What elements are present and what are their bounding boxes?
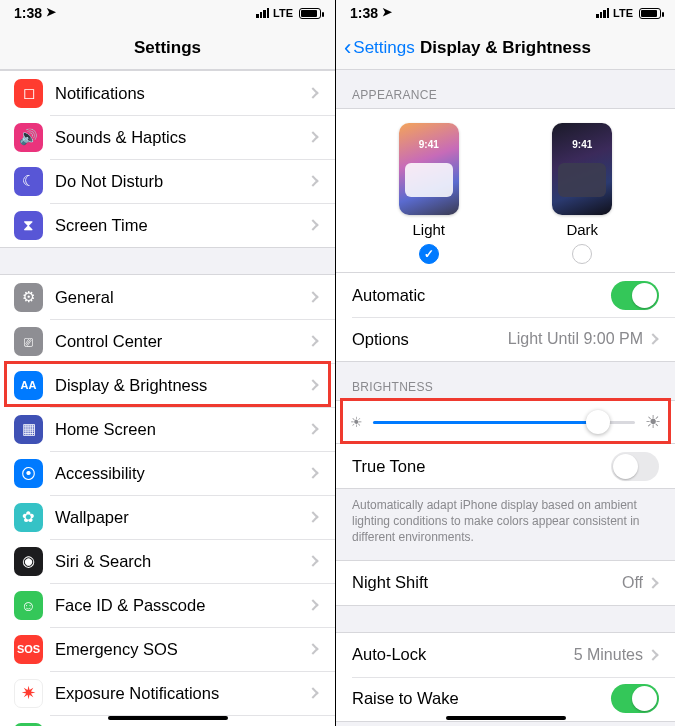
dark-preview: 9:41: [552, 123, 612, 215]
network-label: LTE: [273, 7, 293, 19]
signal-icon: [596, 8, 609, 18]
sos-icon: SOS: [14, 635, 43, 664]
row-label: Control Center: [55, 332, 309, 351]
battery-icon: [299, 8, 321, 19]
battery-icon: ▮: [14, 723, 43, 727]
header: Settings: [0, 26, 335, 70]
home-indicator[interactable]: [446, 716, 566, 721]
settings-row-exposure-notifications[interactable]: ✷Exposure Notifications: [0, 671, 335, 715]
chevron-right-icon: [307, 379, 318, 390]
header: ‹ Settings Display & Brightness: [336, 26, 675, 70]
back-button[interactable]: ‹ Settings: [344, 37, 415, 59]
row-label: General: [55, 288, 309, 307]
chevron-right-icon: [307, 423, 318, 434]
appearance-selector: 9:41 Light 9:41 Dark: [336, 108, 675, 272]
faceid-icon: ☺︎: [14, 591, 43, 620]
settings-row-display-brightness[interactable]: AADisplay & Brightness: [0, 363, 335, 407]
settings-row-screen-time[interactable]: ⧗Screen Time: [0, 203, 335, 247]
settings-row-wallpaper[interactable]: ✿Wallpaper: [0, 495, 335, 539]
flower-icon: ✿: [14, 503, 43, 532]
settings-row-home-screen[interactable]: ▦Home Screen: [0, 407, 335, 451]
gear-icon: ⚙︎: [14, 283, 43, 312]
settings-row-siri-search[interactable]: ◉Siri & Search: [0, 539, 335, 583]
automatic-toggle[interactable]: [611, 281, 659, 310]
truetone-toggle[interactable]: [611, 452, 659, 481]
siri-icon: ◉: [14, 547, 43, 576]
dark-radio[interactable]: [572, 244, 592, 264]
settings-row-control-center[interactable]: ⎚Control Center: [0, 319, 335, 363]
chevron-right-icon: [307, 87, 318, 98]
automatic-row[interactable]: Automatic: [336, 273, 675, 317]
settings-row-do-not-disturb[interactable]: ☾Do Not Disturb: [0, 159, 335, 203]
battery-icon: [639, 8, 661, 19]
options-row[interactable]: Options Light Until 9:00 PM: [336, 317, 675, 361]
settings-row-face-id-passcode[interactable]: ☺︎Face ID & Passcode: [0, 583, 335, 627]
chevron-right-icon: [307, 599, 318, 610]
location-icon: ➤: [46, 5, 56, 19]
sun-small-icon: ☀︎: [350, 414, 363, 430]
truetone-row[interactable]: True Tone: [336, 444, 675, 488]
row-label: Sounds & Haptics: [55, 128, 309, 147]
appearance-dark[interactable]: 9:41 Dark: [552, 123, 612, 264]
light-radio[interactable]: [419, 244, 439, 264]
row-label: Notifications: [55, 84, 309, 103]
page-title: Settings: [134, 38, 201, 58]
nightshift-row[interactable]: Night Shift Off: [336, 561, 675, 605]
aa-icon: AA: [14, 371, 43, 400]
chevron-right-icon: [307, 687, 318, 698]
chevron-right-icon: [307, 643, 318, 654]
brightness-header: BRIGHTNESS: [336, 362, 675, 400]
display-content[interactable]: APPEARANCE 9:41 Light 9:41 Dark: [336, 70, 675, 726]
chevron-right-icon: [307, 131, 318, 142]
settings-row-emergency-sos[interactable]: SOSEmergency SOS: [0, 627, 335, 671]
chevron-left-icon: ‹: [344, 37, 351, 59]
chevron-right-icon: [307, 555, 318, 566]
row-label: Home Screen: [55, 420, 309, 439]
chevron-right-icon: [647, 333, 658, 344]
settings-row-notifications[interactable]: ◻︎Notifications: [0, 71, 335, 115]
row-label: Siri & Search: [55, 552, 309, 571]
signal-icon: [256, 8, 269, 18]
row-label: Screen Time: [55, 216, 309, 235]
chevron-right-icon: [307, 511, 318, 522]
row-label: Emergency SOS: [55, 640, 309, 659]
row-label: Face ID & Passcode: [55, 596, 309, 615]
chevron-right-icon: [307, 291, 318, 302]
brightness-slider-row[interactable]: ☀︎ ☀︎: [336, 400, 675, 444]
bell-icon: ◻︎: [14, 79, 43, 108]
network-label: LTE: [613, 7, 633, 19]
autolock-row[interactable]: Auto-Lock 5 Minutes: [336, 633, 675, 677]
status-bar: 1:38 ➤ LTE: [0, 0, 335, 26]
light-preview: 9:41: [399, 123, 459, 215]
switches-icon: ⎚: [14, 327, 43, 356]
status-time: 1:38: [14, 5, 42, 21]
virus-icon: ✷: [14, 679, 43, 708]
row-label: Accessibility: [55, 464, 309, 483]
row-label: Do Not Disturb: [55, 172, 309, 191]
row-label: Display & Brightness: [55, 376, 309, 395]
settings-row-accessibility[interactable]: ⦿Accessibility: [0, 451, 335, 495]
hourglass-icon: ⧗: [14, 211, 43, 240]
settings-screen: 1:38 ➤ LTE Settings ◻︎Notifications🔊Soun…: [0, 0, 336, 726]
person-icon: ⦿: [14, 459, 43, 488]
moon-icon: ☾: [14, 167, 43, 196]
raisetowake-toggle[interactable]: [611, 684, 659, 713]
settings-list[interactable]: ◻︎Notifications🔊Sounds & Haptics☾Do Not …: [0, 70, 335, 726]
raisetowake-row[interactable]: Raise to Wake: [336, 677, 675, 721]
chevron-right-icon: [647, 577, 658, 588]
chevron-right-icon: [307, 219, 318, 230]
back-label: Settings: [353, 38, 414, 58]
settings-row-general[interactable]: ⚙︎General: [0, 275, 335, 319]
page-title: Display & Brightness: [420, 38, 591, 58]
location-icon: ➤: [382, 5, 392, 19]
chevron-right-icon: [647, 649, 658, 660]
appearance-light[interactable]: 9:41 Light: [399, 123, 459, 264]
row-label: Wallpaper: [55, 508, 309, 527]
status-time: 1:38: [350, 5, 378, 21]
speaker-icon: 🔊: [14, 123, 43, 152]
chevron-right-icon: [307, 467, 318, 478]
brightness-slider[interactable]: [373, 421, 635, 424]
settings-row-sounds-haptics[interactable]: 🔊Sounds & Haptics: [0, 115, 335, 159]
home-indicator[interactable]: [108, 716, 228, 721]
chevron-right-icon: [307, 175, 318, 186]
